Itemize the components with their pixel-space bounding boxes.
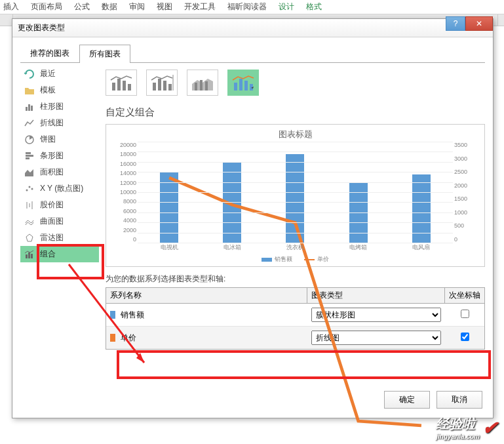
watermark: 经验啦 jingyanla.com ✔ — [436, 415, 497, 440]
ribbon-tab[interactable]: 设计 — [279, 1, 294, 12]
ribbon-tabs: 插入 页面布局 公式 数据 审阅 视图 开发工具 福昕阅读器 设计 格式 — [0, 0, 504, 14]
svg-rect-5 — [26, 155, 33, 157]
recent-icon — [24, 69, 35, 79]
chart-plot-area — [138, 142, 453, 243]
surface-chart-icon — [24, 216, 35, 227]
combo-subtype-4[interactable] — [227, 70, 259, 96]
ribbon-tab[interactable]: 开发工具 — [184, 1, 216, 12]
folder-icon — [24, 85, 35, 96]
sidebar-item-area[interactable]: 面积图 — [20, 164, 99, 180]
ribbon-tab[interactable]: 福昕阅读器 — [227, 1, 267, 12]
header-secondary-axis: 次坐标轴 — [445, 288, 484, 303]
chart-legend: 销售额 单价 — [106, 255, 484, 264]
svg-rect-17 — [112, 83, 115, 91]
combo-subtype-3[interactable] — [187, 70, 218, 96]
sidebar-item-column[interactable]: 柱形图 — [20, 98, 99, 115]
dialog-title: 更改图表类型 — [18, 22, 65, 33]
svg-rect-31 — [244, 81, 248, 91]
svg-rect-21 — [153, 83, 156, 91]
series-type-select-1[interactable]: 簇状柱形图 — [311, 308, 441, 322]
ok-button[interactable]: 确定 — [384, 391, 430, 409]
svg-rect-29 — [234, 83, 237, 91]
svg-point-9 — [31, 188, 33, 190]
chart-title: 图表标题 — [106, 125, 484, 142]
sidebar-item-line[interactable]: 折线图 — [20, 115, 99, 131]
combo-subtype-2[interactable] — [146, 70, 178, 96]
series-prompt: 为您的数据系列选择图表类型和轴: — [106, 273, 485, 285]
change-chart-type-dialog: 更改图表类型 ? ✕ 推荐的图表 所有图表 最近 模板 柱形图 折线图 饼图 条… — [12, 18, 494, 418]
svg-rect-6 — [26, 157, 29, 159]
series-name-label: 销售额 — [121, 310, 144, 321]
combo-subtype-1[interactable] — [106, 70, 137, 96]
ribbon-tab[interactable]: 页面布局 — [31, 1, 62, 12]
series-swatch — [110, 334, 115, 342]
sidebar-item-recent[interactable]: 最近 — [20, 66, 99, 82]
series-row-1: 销售额 簇状柱形图 — [106, 304, 484, 327]
secondary-axis-checkbox-1[interactable] — [461, 310, 469, 318]
tab-recommended[interactable]: 推荐的图表 — [20, 44, 79, 62]
section-title: 自定义组合 — [106, 106, 485, 119]
header-series-name: 系列名称 — [106, 288, 307, 303]
cancel-button[interactable]: 取消 — [436, 391, 482, 409]
svg-marker-13 — [26, 234, 33, 241]
svg-rect-24 — [168, 84, 172, 91]
ribbon-tab[interactable]: 审阅 — [129, 1, 145, 12]
sidebar-item-scatter[interactable]: X Y (散点图) — [20, 180, 99, 197]
series-type-select-2[interactable]: 折线图 — [311, 331, 441, 345]
radar-chart-icon — [24, 233, 35, 243]
svg-rect-27 — [200, 80, 203, 91]
header-chart-type: 图表类型 — [307, 288, 445, 303]
tab-all-charts[interactable]: 所有图表 — [79, 45, 130, 63]
help-button[interactable]: ? — [446, 16, 465, 31]
chart-preview: 图表标题 20000180001600014000120001000080006… — [106, 124, 485, 267]
series-name-label: 单价 — [121, 333, 136, 344]
scatter-chart-icon — [24, 184, 35, 194]
svg-rect-23 — [163, 81, 166, 91]
svg-rect-22 — [158, 79, 161, 91]
combo-subtype-row — [106, 66, 485, 104]
checkmark-icon: ✔ — [482, 417, 497, 439]
sidebar-item-bar[interactable]: 条形图 — [20, 148, 99, 164]
stock-chart-icon — [24, 200, 35, 211]
secondary-axis-checkbox-2[interactable] — [461, 333, 469, 341]
y-axis-left: 2000018000160001400012000100008000600040… — [113, 142, 136, 243]
svg-rect-28 — [205, 81, 208, 91]
svg-rect-26 — [195, 83, 197, 91]
sidebar-item-template[interactable]: 模板 — [20, 82, 99, 98]
ribbon-tab[interactable]: 视图 — [157, 1, 172, 12]
sidebar-item-radar[interactable]: 雷达图 — [20, 230, 99, 246]
dialog-tabs: 推荐的图表 所有图表 — [20, 44, 485, 63]
sidebar-item-combo[interactable]: 组合 — [20, 246, 99, 262]
close-button[interactable]: ✕ — [465, 16, 493, 31]
chart-type-sidebar: 最近 模板 柱形图 折线图 饼图 条形图 面积图 X Y (散点图) 股价图 曲… — [20, 66, 99, 384]
svg-rect-30 — [239, 79, 242, 91]
ribbon-tab[interactable]: 格式 — [306, 1, 322, 12]
svg-rect-14 — [26, 254, 28, 258]
ribbon-tab[interactable]: 插入 — [3, 1, 19, 12]
svg-rect-16 — [31, 254, 33, 258]
x-axis-labels: 电视机电冰箱洗衣机电烤箱电风扇 — [138, 243, 453, 252]
area-chart-icon — [24, 167, 35, 178]
column-chart-icon — [24, 102, 35, 112]
combo-chart-icon — [24, 249, 35, 260]
line-chart-icon — [24, 118, 35, 129]
svg-rect-19 — [123, 81, 126, 91]
ribbon-tab[interactable]: 数据 — [102, 1, 117, 12]
svg-point-7 — [26, 189, 28, 191]
svg-rect-2 — [31, 106, 33, 111]
sidebar-item-pie[interactable]: 饼图 — [20, 131, 99, 148]
ribbon-tab[interactable]: 公式 — [74, 1, 90, 12]
bar-chart-icon — [24, 151, 35, 161]
pie-chart-icon — [24, 134, 35, 145]
y-axis-right: 3500300025002000150010005000 — [454, 142, 478, 243]
svg-rect-4 — [26, 152, 31, 154]
dialog-titlebar: 更改图表类型 ? ✕ — [12, 19, 493, 37]
series-table: 系列名称 图表类型 次坐标轴 销售额 簇状柱形图 单价 折线图 — [106, 287, 485, 350]
series-row-2: 单价 折线图 — [106, 327, 484, 349]
sidebar-item-stock[interactable]: 股价图 — [20, 197, 99, 213]
svg-rect-18 — [117, 79, 121, 91]
sidebar-item-surface[interactable]: 曲面图 — [20, 213, 99, 230]
svg-rect-1 — [28, 104, 30, 111]
series-swatch — [110, 311, 115, 319]
svg-point-8 — [29, 186, 31, 188]
